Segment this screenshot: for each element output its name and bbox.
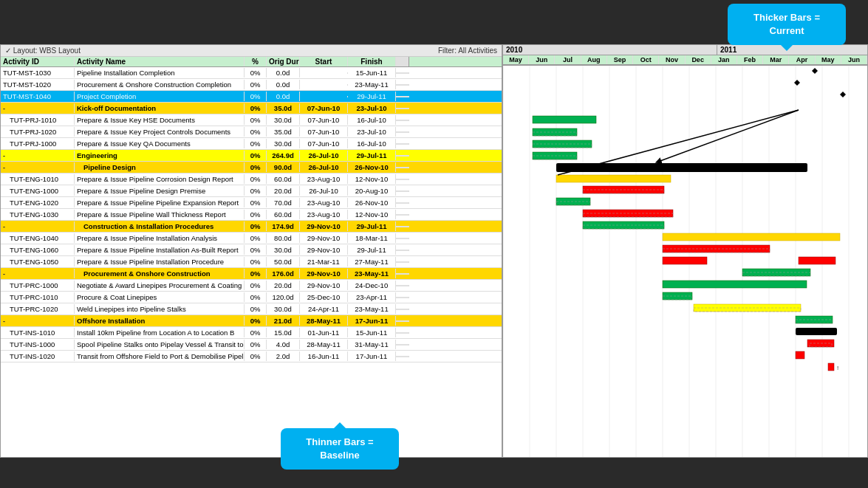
svg-rect-48 [796,320,833,323]
cell-name: Procurement & Onshore Construction [75,269,245,278]
col-header-name[interactable]: Activity Name [75,57,245,66]
callout-thicker-line2: Current [770,25,804,36]
cell-pct: 0% [245,340,267,349]
cell-pct: 0% [245,127,267,137]
cell-start: 07-Jun-10 [300,139,348,148]
cell-name: Prepare & Issue Pipeline Corrosion Desig… [75,174,245,184]
svg-rect-25 [556,163,807,172]
svg-rect-20 [533,132,577,136]
cell-id: TUT-PRC-1020 [1,304,75,314]
cell-start: 25-Dec-10 [300,292,348,302]
cell-name: Prepare & Issue Key Project Controls Doc… [75,127,245,137]
month-jul10: Jul [555,55,581,64]
cell-dur: 0.0d [267,92,300,101]
cell-pct: 0% [245,351,267,361]
cell-finish: 29-Jul-11 [348,92,396,101]
cell-name: Prepare & Issue Pipeline Installation An… [75,233,245,243]
month-nov10: Nov [659,55,685,64]
table-row-group: - Construction & Installation Procedures… [1,221,502,233]
svg-rect-46 [694,308,801,312]
cell-arrow [396,297,409,298]
cell-name: Pipeline Design [75,162,245,172]
cell-finish: 23-May-11 [348,80,396,89]
cell-name: Transit from Offshore Field to Port & De… [75,351,245,361]
cell-dur: 264.9d [267,151,300,160]
col-header-start[interactable]: Start [300,57,348,66]
svg-rect-35 [663,233,840,241]
table-row: TUT-PRJ-1000 Prepare & Issue Key QA Docu… [1,138,502,150]
cell-finish: 23-May-11 [348,269,396,278]
cell-id: TUT-INS-1020 [1,351,75,361]
callout-thicker-bars: Thicker Bars = Current [728,4,846,45]
month-aug10: Aug [581,55,607,64]
cell-id: TUT-ENG-1020 [1,198,75,207]
svg-rect-42 [663,281,807,288]
table-row: TUT-PRJ-1020 Prepare & Issue Key Project… [1,126,502,138]
cell-pct: 0% [245,151,267,160]
cell-pct: 0% [245,115,267,125]
table-row: TUT-ENG-1040 Prepare & Issue Pipeline In… [1,233,502,244]
cell-name: Pipeline Installation Completion [75,68,245,78]
cell-id: TUT-ENG-1030 [1,210,75,219]
cell-id: TUT-ENG-1050 [1,257,75,267]
cell-arrow [396,356,409,357]
table-row: TUT-INS-1020 Transit from Offshore Field… [1,351,502,362]
cell-dur: 0.0d [267,68,300,78]
cell-arrow [396,226,409,227]
col-header-dur[interactable]: Orig Dur [267,57,300,66]
cell-start: 26-Jul-10 [300,151,348,160]
cell-id: - [1,269,75,278]
cell-id: TUT-PRC-1010 [1,292,75,302]
svg-rect-32 [583,213,673,217]
cell-id: TUT-ENG-1040 [1,233,75,243]
cell-id: - [1,103,75,113]
cell-start: 24-Apr-11 [300,304,348,314]
cell-dur: 15.0d [267,328,300,337]
cell-pct: 0% [245,221,267,231]
cell-id: TUT-ENG-1000 [1,186,75,196]
cell-finish: 17-Jun-11 [348,351,396,361]
cell-name: Weld Linepipes into Pipeline Stalks [75,304,245,314]
cell-finish: 31-May-11 [348,340,396,349]
column-headers: Activity ID Activity Name % Orig Dur Sta… [1,57,502,67]
cell-start: 28-May-11 [300,340,348,349]
table-row-group: - Pipeline Design 0% 90.0d 26-Jul-10 26-… [1,162,502,173]
callout-thinner-line2: Baseline [320,450,359,461]
svg-rect-34 [583,225,664,229]
table-row: TUT-MST-1020 Procurement & Onshore Const… [1,79,502,91]
cell-arrow [396,96,409,97]
cell-pct: 0% [245,316,267,326]
col-header-pct[interactable]: % [245,57,267,66]
table-row-group: - Kick-off Documentation 0% 35.0d 07-Jun… [1,103,502,114]
cell-pct: 0% [245,103,267,113]
svg-rect-30 [556,202,590,205]
cell-dur: 30.0d [267,115,300,125]
table-row: TUT-PRC-1020 Weld Linepipes into Pipelin… [1,303,502,315]
callout-thinner-bars: Thinner Bars = Baseline [281,428,399,470]
cell-dur: 0.0d [267,80,300,89]
cell-name: Spool Pipeline Stalks onto Pipelay Vesse… [75,340,245,349]
cell-arrow [396,261,409,263]
table-row: TUT-ENG-1000 Prepare & Issue Pipeline De… [1,185,502,197]
callout-thicker-line1: Thicker Bars = [753,12,820,23]
table-row: TUT-MST-1040 Project Completion 0% 0.0d … [1,91,502,103]
cell-start: 29-Nov-10 [300,233,348,243]
cell-finish: 29-Jul-11 [348,221,396,231]
col-header-finish[interactable]: Finish [348,57,396,66]
svg-rect-49 [796,328,837,335]
table-row: TUT-PRC-1000 Negotiate & Award Linepipes… [1,280,502,292]
cell-pct: 0% [245,92,267,101]
cell-finish: 20-Aug-10 [348,186,396,196]
table-row: TUT-PRC-1010 Procure & Coat Linepipes 0%… [1,292,502,303]
cell-finish: 26-Nov-10 [348,198,396,207]
col-header-id[interactable]: Activity ID [1,57,75,66]
cell-finish: 16-Jul-10 [348,139,396,148]
cell-name: Prepare & Issue Pipeline Installation As… [75,245,245,255]
cell-pct: 0% [245,139,267,148]
cell-name: Engineering [75,151,245,160]
cell-start: 07-Jun-10 [300,127,348,137]
cell-arrow [396,155,409,157]
cell-finish: 12-Nov-10 [348,174,396,184]
cell-pct: 0% [245,80,267,89]
cell-pct: 0% [245,304,267,314]
